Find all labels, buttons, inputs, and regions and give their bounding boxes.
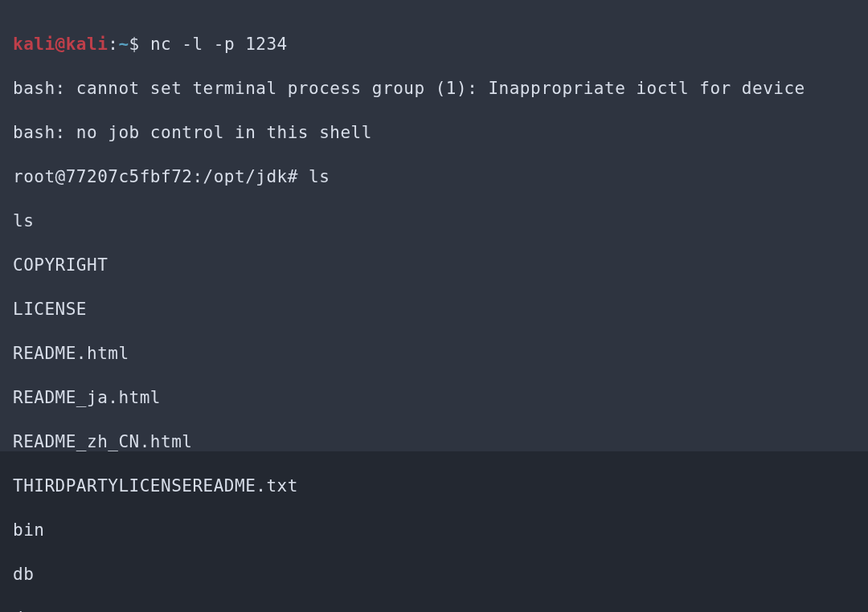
output-line: bash: no job control in this shell — [13, 122, 855, 145]
cwd-path: ~ — [118, 35, 129, 54]
output-line: COPYRIGHT — [13, 255, 855, 277]
prompt-line-2[interactable]: root@77207c5fbf72:/opt/jdk# ls — [13, 166, 855, 189]
output-line: README_zh_CN.html — [13, 431, 855, 454]
output-line: LICENSE — [13, 299, 855, 321]
output-line: bin — [13, 520, 855, 542]
output-line: bash: cannot set terminal process group … — [13, 78, 855, 100]
output-line: THIRDPARTYLICENSEREADME.txt — [13, 475, 855, 498]
command-text: nc -l -p 1234 — [150, 35, 288, 54]
user-host: kali@kali — [13, 35, 108, 54]
colon: : — [108, 35, 118, 54]
output-line: db — [13, 564, 855, 586]
root-prompt: root@77207c5fbf72:/opt/jdk# — [13, 167, 309, 186]
output-line: README_ja.html — [13, 387, 855, 410]
command-text: ls — [309, 167, 330, 186]
dollar-sign: $ — [129, 35, 150, 54]
terminal-viewport[interactable]: kali@kali:~$ nc -l -p 1234 bash: cannot … — [0, 0, 868, 612]
prompt-line-1[interactable]: kali@kali:~$ nc -l -p 1234 — [13, 34, 855, 56]
output-line: README.html — [13, 343, 855, 365]
output-line: ls — [13, 210, 855, 233]
output-line: demo — [13, 608, 855, 613]
